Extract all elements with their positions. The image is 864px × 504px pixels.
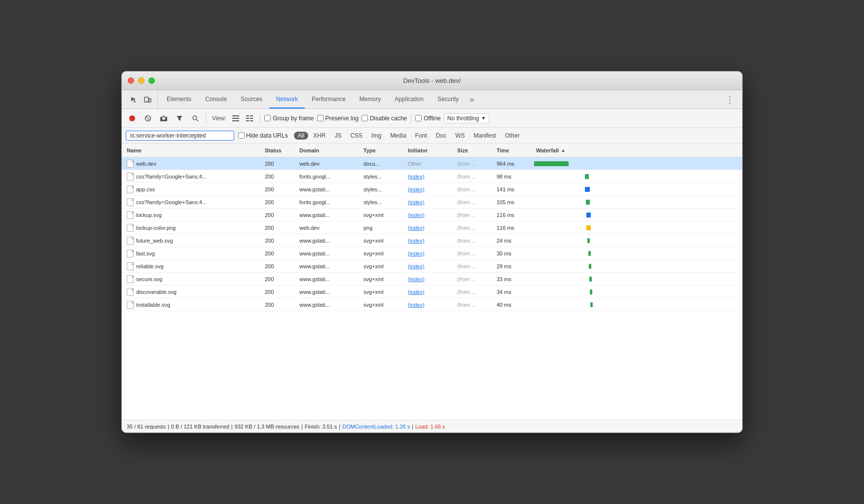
filter-js-button[interactable]: JS [330,132,345,140]
camera-button[interactable] [157,112,170,125]
preserve-log-checkbox[interactable] [317,115,324,121]
th-type[interactable]: Type [360,147,405,153]
svg-point-3 [129,115,135,121]
table-row[interactable]: css?family=Google+Sans:4... 200 fonts.go… [122,196,742,209]
filter-manifest-button[interactable]: Manifest [470,132,500,140]
content-area: Name Status Domain Type Initiator Size T… [122,144,742,420]
file-icon [127,237,134,245]
th-name[interactable]: Name [124,147,262,153]
table-row[interactable]: lockup-color.png 200 web.dev png (index)… [122,221,742,234]
td-initiator: (index) [405,251,454,256]
waterfall-bar [589,277,592,282]
list-view-button[interactable] [229,112,242,125]
file-icon [127,275,134,283]
table-row[interactable]: future_web.svg 200 www.gstati... svg+xml… [122,234,742,247]
filter-button[interactable] [173,112,186,125]
td-time: 24 ms [494,238,533,244]
table-row[interactable]: reliable.svg 200 www.gstati... svg+xml (… [122,260,742,273]
tree-view-button[interactable] [243,112,256,125]
offline-label[interactable]: Offline [415,115,440,122]
tab-network[interactable]: Network [269,90,305,108]
td-waterfall [533,183,740,196]
td-size: (from ... [454,302,494,308]
th-waterfall[interactable]: Waterfall ▲ [533,147,740,153]
filter-media-button[interactable]: Media [386,132,410,140]
tab-console[interactable]: Console [198,90,234,108]
more-tabs-button[interactable]: » [466,90,478,108]
table-row[interactable]: app.css 200 www.gstati... styles... (ind… [122,183,742,196]
offline-checkbox[interactable] [415,115,422,121]
disable-cache-checkbox[interactable] [361,115,368,121]
tab-sources[interactable]: Sources [234,90,269,108]
filter-all-button[interactable]: All [294,132,308,140]
filter-font-button[interactable]: Font [411,132,431,140]
td-initiator: (index) [405,225,454,231]
hide-data-urls-checkbox[interactable] [238,132,245,139]
view-label: View: [212,115,226,122]
throttle-select[interactable]: No throttling ▼ [444,113,490,123]
table-row[interactable]: lockup.svg 200 www.gstati... svg+xml (in… [122,209,742,221]
filter-other-button[interactable]: Other [501,132,524,140]
th-initiator[interactable]: Initiator [405,147,454,153]
td-initiator: (index) [405,276,454,282]
kebab-menu-button[interactable]: ⋮ [723,94,736,105]
tab-elements[interactable]: Elements [160,90,198,108]
svg-point-6 [193,116,197,120]
preserve-log-label[interactable]: Preserve log [317,115,359,122]
td-time: 29 ms [494,263,533,269]
td-time: 34 ms [494,289,533,295]
file-icon [127,288,134,296]
td-domain: www.gstati... [296,251,360,256]
td-name: lockup-color.png [124,224,262,232]
td-domain: www.gstati... [296,263,360,269]
traffic-lights [128,77,155,84]
tab-memory[interactable]: Memory [353,90,388,108]
td-waterfall [533,260,740,273]
filter-ws-button[interactable]: WS [451,132,468,140]
close-button[interactable] [128,77,134,84]
table-row[interactable]: secure.svg 200 www.gstati... svg+xml (in… [122,273,742,286]
maximize-button[interactable] [148,77,155,84]
td-status: 200 [262,186,296,192]
group-by-frame-checkbox[interactable] [264,115,271,121]
table-row[interactable]: css?family=Google+Sans:4... 200 fonts.go… [122,170,742,183]
filter-css-button[interactable]: CSS [346,132,366,140]
th-time[interactable]: Time [494,147,533,153]
dom-content-loaded: DOMContentLoaded: 1.26 s [342,424,410,430]
filter-xhr-button[interactable]: XHR [309,132,329,140]
table-scroll[interactable]: web.dev 200 web.dev docu... Other (from … [122,157,742,420]
table-row[interactable]: web.dev 200 web.dev docu... Other (from … [122,157,742,170]
th-status[interactable]: Status [262,147,296,153]
td-time: 30 ms [494,251,533,256]
minimize-button[interactable] [138,77,144,84]
td-time: 116 ms [494,225,533,231]
td-name: lockup.svg [124,211,262,219]
clear-button[interactable] [142,112,154,125]
td-type: svg+xml [360,289,405,295]
svg-line-5 [146,117,149,120]
disable-cache-label[interactable]: Disable cache [361,115,407,122]
inspect-icon[interactable] [128,94,140,106]
filter-input[interactable] [126,131,234,141]
tab-performance[interactable]: Performance [305,90,353,108]
svg-rect-16 [250,120,253,121]
search-button[interactable] [189,112,202,125]
td-size: (from ... [454,251,494,256]
filter-doc-button[interactable]: Doc [432,132,450,140]
td-type: styles... [360,174,405,180]
chevron-down-icon: ▼ [481,115,486,121]
td-domain: fonts.googl... [296,199,360,205]
group-by-frame-label[interactable]: Group by frame [264,115,314,122]
th-domain[interactable]: Domain [296,147,360,153]
th-size[interactable]: Size [454,147,494,153]
device-toggle-icon[interactable] [142,94,153,106]
record-button[interactable] [126,112,139,125]
tab-security[interactable]: Security [431,90,466,108]
filter-img-button[interactable]: Img [367,132,385,140]
table-row[interactable]: discoverable.svg 200 www.gstati... svg+x… [122,286,742,298]
tab-application[interactable]: Application [388,90,431,108]
table-row[interactable]: installable.svg 200 www.gstati... svg+xm… [122,298,742,311]
table-row[interactable]: fast.svg 200 www.gstati... svg+xml (inde… [122,247,742,260]
td-status: 200 [262,302,296,308]
hide-data-urls-label[interactable]: Hide data URLs [238,132,288,139]
